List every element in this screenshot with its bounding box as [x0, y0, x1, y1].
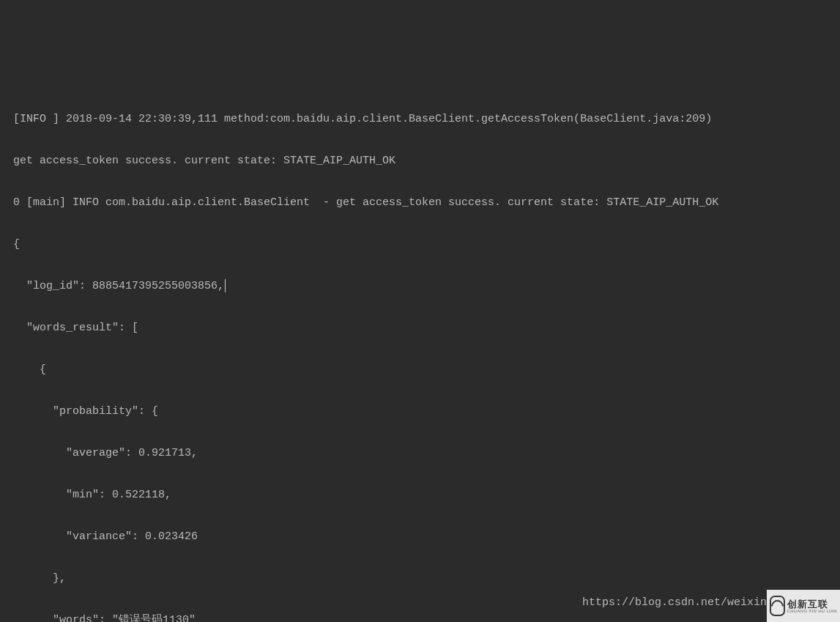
log-line: 0 [main] INFO com.baidu.aip.client.BaseC…: [13, 193, 827, 214]
log-line: get access_token success. current state:…: [13, 151, 827, 172]
watermark-cn-label: 创新互联: [787, 599, 837, 609]
log-line: "average": 0.921713,: [13, 443, 827, 464]
log-line: },: [13, 569, 827, 590]
watermark-badge: 创新互联 CHUANG XIN HU LIAN: [767, 590, 840, 622]
log-line: "variance": 0.023426: [13, 527, 827, 548]
text-cursor: [225, 279, 226, 292]
source-url: https://blog.csdn.net/weixin: [582, 593, 767, 614]
console-output: [INFO ] 2018-09-14 22:30:39,111 method:c…: [13, 88, 827, 622]
watermark-en-label: CHUANG XIN HU LIAN: [787, 609, 837, 613]
watermark-logo-icon: [770, 596, 785, 616]
log-line: [INFO ] 2018-09-14 22:30:39,111 method:c…: [13, 109, 827, 130]
log-line: {: [13, 360, 827, 381]
log-line: "words_result": [: [13, 318, 827, 339]
log-line: "log_id": 8885417395255003856,: [13, 276, 827, 297]
watermark-text: 创新互联 CHUANG XIN HU LIAN: [787, 599, 837, 613]
log-line: "min": 0.522118,: [13, 485, 827, 506]
log-line: {: [13, 234, 827, 256]
log-line: "probability": {: [13, 401, 827, 423]
